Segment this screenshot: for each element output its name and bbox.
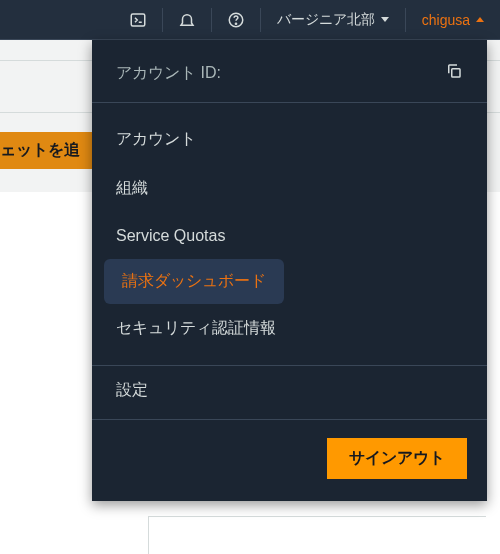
topbar: バージニア北部 chigusa	[0, 0, 500, 40]
caret-up-icon	[476, 17, 484, 22]
signout-button[interactable]: サインアウト	[327, 438, 467, 479]
copy-icon[interactable]	[445, 62, 463, 84]
menu-list: アカウント 組織 Service Quotas 請求ダッシュボード セキュリティ…	[92, 103, 487, 366]
divider	[405, 8, 406, 32]
cloudshell-icon[interactable]	[124, 6, 152, 34]
account-id-row: アカウント ID:	[116, 63, 221, 84]
help-icon[interactable]	[222, 6, 250, 34]
account-header: アカウント ID:	[92, 40, 487, 103]
divider	[162, 8, 163, 32]
svg-rect-3	[452, 69, 460, 77]
region-selector[interactable]: バージニア北部	[271, 11, 395, 29]
caret-down-icon	[381, 17, 389, 22]
add-widget-button[interactable]: ジェットを追	[0, 132, 94, 169]
content-inner	[148, 516, 486, 554]
menu-item-service-quotas[interactable]: Service Quotas	[92, 213, 487, 259]
region-label: バージニア北部	[277, 11, 375, 29]
notifications-icon[interactable]	[173, 6, 201, 34]
account-id-label: アカウント ID:	[116, 63, 221, 84]
signout-row: サインアウト	[92, 420, 487, 483]
divider	[260, 8, 261, 32]
menu-item-organization[interactable]: 組織	[92, 164, 487, 213]
menu-item-settings[interactable]: 設定	[116, 380, 463, 401]
user-label: chigusa	[422, 12, 470, 28]
user-menu-trigger[interactable]: chigusa	[416, 12, 490, 28]
menu-item-account[interactable]: アカウント	[92, 115, 487, 164]
menu-item-billing-dashboard[interactable]: 請求ダッシュボード	[104, 259, 284, 304]
user-dropdown-panel: アカウント ID: アカウント 組織 Service Quotas 請求ダッシュ…	[92, 40, 487, 501]
menu-item-security-credentials[interactable]: セキュリティ認証情報	[92, 304, 487, 353]
settings-section: 設定	[92, 366, 487, 420]
svg-point-2	[235, 23, 236, 24]
divider	[211, 8, 212, 32]
